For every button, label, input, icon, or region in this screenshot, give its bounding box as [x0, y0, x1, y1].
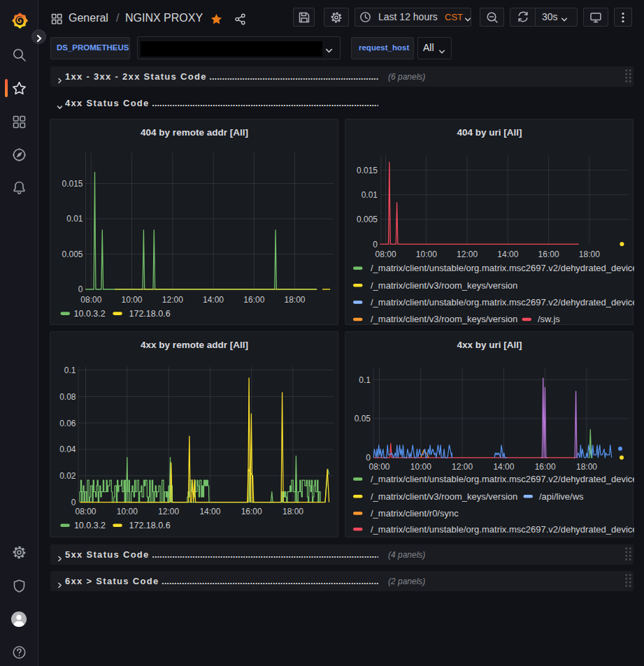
- svg-text:12:00: 12:00: [452, 462, 473, 472]
- svg-text:10.0.3.2: 10.0.3.2: [74, 521, 106, 530]
- svg-text:0: 0: [373, 239, 378, 249]
- svg-text:16:00: 16:00: [241, 507, 262, 516]
- svg-text:14:00: 14:00: [203, 295, 224, 305]
- svg-text:0.01: 0.01: [362, 190, 378, 200]
- svg-text:/_matrix/client/unstable/org.m: /_matrix/client/unstable/org.matrix.msc2…: [371, 524, 634, 535]
- svg-text:/_matrix/client/v3/room_keys/v: /_matrix/client/v3/room_keys/version: [371, 280, 517, 290]
- svg-text:0.005: 0.005: [357, 215, 378, 224]
- svg-text:14:00: 14:00: [493, 462, 514, 472]
- svg-text:0.05: 0.05: [355, 414, 371, 424]
- svg-text:4xx by remote addr [All]: 4xx by remote addr [All]: [141, 340, 248, 350]
- svg-text:0.04: 0.04: [59, 444, 76, 454]
- svg-text:08:00: 08:00: [75, 507, 96, 516]
- svg-text:0: 0: [78, 284, 83, 294]
- svg-text:404 by uri [All]: 404 by uri [All]: [457, 126, 522, 137]
- svg-text:18:00: 18:00: [576, 462, 597, 472]
- svg-text:404 by remote addr [All]: 404 by remote addr [All]: [141, 126, 248, 137]
- svg-text:/_matrix/client/unstable/org.m: /_matrix/client/unstable/org.matrix.msc2…: [371, 474, 634, 484]
- svg-text:08:00: 08:00: [80, 295, 101, 305]
- svg-text:14:00: 14:00: [199, 507, 220, 516]
- svg-text:16:00: 16:00: [243, 295, 264, 305]
- svg-text:4xx by uri [All]: 4xx by uri [All]: [457, 340, 522, 350]
- svg-text:/_matrix/client/unstable/org.m: /_matrix/client/unstable/org.matrix.msc2…: [371, 296, 634, 307]
- svg-text:/api/live/ws: /api/live/ws: [539, 491, 584, 502]
- svg-text:0.015: 0.015: [62, 178, 83, 188]
- svg-text:/_matrix/client/v3/room_keys/v: /_matrix/client/v3/room_keys/version: [371, 491, 517, 502]
- svg-text:18:00: 18:00: [284, 295, 305, 305]
- svg-text:12:00: 12:00: [158, 507, 179, 516]
- svg-text:0.1: 0.1: [64, 365, 76, 375]
- svg-text:08:00: 08:00: [368, 462, 389, 472]
- svg-text:/_matrix/client/r0/sync: /_matrix/client/r0/sync: [371, 508, 459, 519]
- svg-text:0.015: 0.015: [357, 165, 378, 175]
- svg-text:18:00: 18:00: [282, 507, 303, 516]
- svg-text:16:00: 16:00: [538, 249, 559, 259]
- svg-text:172.18.0.6: 172.18.0.6: [129, 521, 171, 530]
- svg-text:08:00: 08:00: [375, 249, 396, 259]
- svg-text:12:00: 12:00: [457, 249, 478, 259]
- svg-text:172.18.0.6: 172.18.0.6: [129, 309, 171, 319]
- svg-text:18:00: 18:00: [579, 249, 600, 259]
- svg-text:10:00: 10:00: [121, 295, 142, 305]
- svg-text:10:00: 10:00: [410, 462, 431, 472]
- svg-text:0.06: 0.06: [59, 419, 76, 428]
- svg-text:14:00: 14:00: [497, 249, 518, 259]
- svg-text:10:00: 10:00: [117, 507, 138, 516]
- svg-text:12:00: 12:00: [162, 295, 183, 305]
- svg-text:10.0.3.2: 10.0.3.2: [74, 309, 106, 319]
- svg-text:/sw.js: /sw.js: [538, 314, 560, 324]
- svg-text:0.08: 0.08: [59, 392, 76, 402]
- svg-text:0.005: 0.005: [62, 249, 83, 259]
- svg-text:16:00: 16:00: [535, 462, 556, 472]
- svg-text:0.1: 0.1: [359, 375, 371, 385]
- svg-text:0.02: 0.02: [59, 471, 76, 481]
- svg-text:/_matrix/client/unstable/org.m: /_matrix/client/unstable/org.matrix.msc2…: [371, 263, 634, 273]
- svg-text:10:00: 10:00: [416, 249, 437, 259]
- svg-text:/_matrix/client/v3/room_keys/v: /_matrix/client/v3/room_keys/version: [371, 314, 517, 324]
- svg-text:0.01: 0.01: [66, 214, 83, 224]
